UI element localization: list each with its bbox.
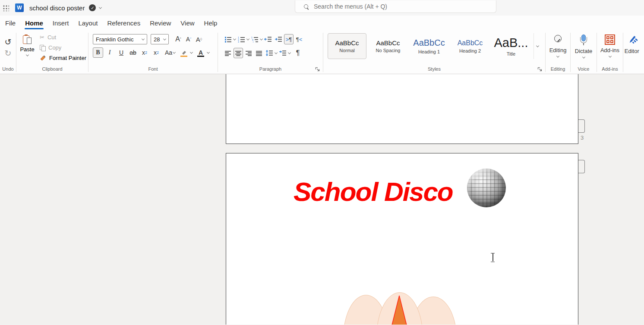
italic-button[interactable]: I (104, 47, 115, 58)
tab-review[interactable]: Review (145, 16, 176, 30)
change-case-button[interactable]: Aa (163, 47, 177, 58)
tab-layout[interactable]: Layout (73, 16, 102, 30)
superscript-button[interactable]: x 2 (151, 47, 161, 58)
paragraph-spacing-icon (279, 50, 287, 56)
multilevel-list-button[interactable]: 1ai (250, 34, 259, 44)
strikethrough-button[interactable]: ab (128, 47, 138, 58)
bold-button[interactable]: B (93, 47, 103, 58)
font-size-select[interactable]: 28 (151, 34, 169, 44)
bullets-chevron-icon[interactable] (233, 37, 236, 40)
clipboard-group: Paste ✂ Cut Copy Format Painter (16, 30, 88, 74)
highlight-color-button[interactable] (179, 47, 189, 58)
font-color-button[interactable]: A (196, 47, 206, 58)
paragraph-group: 123 1ai (218, 30, 323, 74)
right-to-left-button[interactable]: ¶< (294, 34, 304, 44)
editing-group: Editing Editing (546, 30, 570, 74)
document-title[interactable]: school disco poster (29, 4, 85, 12)
justify-button[interactable] (254, 48, 264, 58)
addins-grid-icon (605, 34, 615, 45)
decrease-indent-button[interactable] (263, 34, 273, 44)
search-input[interactable] (314, 3, 478, 10)
triangle-shape[interactable] (379, 295, 420, 325)
line-spacing-chevron-icon[interactable] (275, 51, 278, 54)
bullets-icon (224, 36, 232, 43)
shrink-font-button[interactable]: A ˇ (183, 34, 194, 44)
copy-button[interactable]: Copy (40, 44, 86, 52)
cut-icon: ✂ (40, 34, 44, 41)
dictate-button[interactable]: Dictate (571, 30, 597, 65)
undo-group-label: Undo (0, 65, 16, 74)
tab-view[interactable]: View (176, 16, 199, 30)
style-heading-1[interactable]: AaBbCc Heading 1 (410, 33, 448, 59)
bullets-button[interactable] (223, 34, 233, 44)
styles-dialog-launcher-icon[interactable] (537, 67, 542, 72)
style-heading-2[interactable]: AaBbCc Heading 2 (451, 33, 489, 59)
subscript-button[interactable]: x 2 (139, 47, 150, 58)
align-left-button[interactable] (223, 48, 233, 58)
tab-file[interactable]: File (0, 16, 20, 30)
styles-gallery-expand-button[interactable] (534, 33, 541, 59)
font-color-chevron-icon[interactable] (207, 50, 210, 53)
paragraph-spacing-chevron-icon[interactable] (288, 51, 291, 54)
page-2-side-tab[interactable] (578, 160, 585, 173)
text-cursor (490, 253, 496, 262)
tab-insert[interactable]: Insert (48, 16, 74, 30)
tab-home[interactable]: Home (20, 16, 48, 30)
microphone-icon (578, 34, 589, 46)
paragraph-spacing-button[interactable] (278, 48, 287, 58)
multilevel-list-icon: 1ai (251, 36, 259, 43)
word-logo-icon[interactable]: W (15, 3, 24, 12)
paste-button[interactable]: Paste (16, 30, 38, 65)
highlight-chevron-icon[interactable] (190, 50, 193, 53)
align-right-button[interactable] (244, 48, 253, 58)
tab-references[interactable]: References (102, 16, 145, 30)
font-name-chevron-icon (142, 37, 145, 40)
font-name-select[interactable]: Franklin Gothic (93, 34, 147, 44)
format-painter-button[interactable]: Format Painter (40, 54, 86, 62)
disco-ball-image[interactable] (467, 169, 506, 207)
show-formatting-button[interactable]: ¶ (293, 48, 303, 58)
save-status-icon[interactable]: ✓ (89, 4, 96, 11)
editing-chevron-icon (556, 55, 559, 58)
title-chevron-down-icon[interactable] (99, 6, 102, 9)
underline-button[interactable]: U (116, 47, 126, 58)
increase-indent-button[interactable] (274, 34, 283, 44)
clipboard-group-label: Clipboard (16, 65, 88, 74)
editing-button[interactable]: Editing (546, 30, 570, 65)
editor-button[interactable]: Editor (623, 30, 641, 54)
paragraph-dialog-launcher-icon[interactable] (315, 67, 320, 72)
dictate-chevron-icon (582, 56, 585, 59)
line-spacing-button[interactable] (265, 48, 274, 58)
font-size-chevron-icon (163, 37, 166, 40)
left-to-right-button[interactable]: >¶ (284, 34, 294, 44)
document-page-1[interactable] (226, 74, 578, 144)
addins-button[interactable]: Add-ins (597, 30, 623, 65)
style-title[interactable]: AaB... Title (492, 33, 530, 59)
tab-help[interactable]: Help (199, 16, 222, 30)
copy-icon (40, 45, 45, 51)
cut-button[interactable]: ✂ Cut (40, 33, 86, 42)
title-bar: W school disco poster ✓ (0, 0, 644, 16)
editing-group-label: Editing (546, 65, 570, 74)
page-1-side-tab[interactable] (578, 119, 585, 133)
clear-formatting-button[interactable]: A ◊ (194, 34, 204, 44)
style-normal[interactable]: AaBbCc Normal (328, 33, 366, 59)
undo-group: ↺ ↻ Undo (0, 30, 16, 74)
editor-group: Editor D (623, 30, 644, 74)
numbering-button[interactable]: 123 (237, 34, 246, 44)
paste-chevron-icon (25, 53, 28, 56)
align-center-button[interactable] (234, 48, 243, 58)
multilevel-chevron-icon[interactable] (260, 37, 263, 40)
addins-chevron-icon (608, 55, 611, 58)
app-launcher-icon[interactable] (3, 5, 9, 11)
grow-font-button[interactable]: A ˆ (173, 34, 183, 44)
search-box[interactable] (295, 0, 496, 13)
style-no-spacing[interactable]: AaBbCc No Spacing (369, 33, 407, 59)
line-spacing-icon (265, 50, 273, 56)
highlight-icon (181, 50, 187, 55)
document-heading[interactable]: School Disco (294, 178, 453, 205)
undo-button[interactable]: ↺ (5, 38, 12, 47)
search-icon (304, 4, 309, 9)
numbering-chevron-icon[interactable] (246, 37, 249, 40)
redo-button[interactable]: ↻ (5, 49, 12, 58)
